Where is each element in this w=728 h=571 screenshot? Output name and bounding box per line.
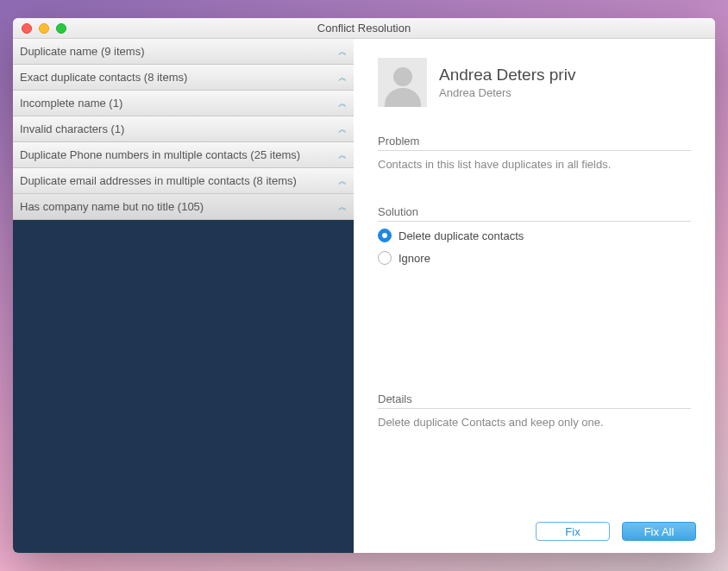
- collapse-icon: ︽: [338, 72, 345, 84]
- content: Duplicate name (9 items) ︽ Exact duplica…: [13, 39, 715, 553]
- contact-subtitle: Andrea Deters: [439, 86, 575, 99]
- app-window: Conflict Resolution Duplicate name (9 it…: [13, 18, 715, 553]
- sidebar: Duplicate name (9 items) ︽ Exact duplica…: [13, 39, 354, 553]
- collapse-icon: ︽: [338, 149, 345, 161]
- detail-panel: Andrea Deters priv Andrea Deters Problem…: [354, 39, 715, 553]
- solution-option-delete[interactable]: Delete duplicate contacts: [378, 229, 691, 242]
- sidebar-item-label: Duplicate name (9 items): [20, 45, 145, 58]
- window-title: Conflict Resolution: [13, 22, 715, 35]
- sidebar-item-exact-duplicate[interactable]: Exact duplicate contacts (8 items) ︽: [13, 65, 354, 91]
- sidebar-item-label: Incomplete name (1): [20, 97, 122, 110]
- radio-label: Delete duplicate contacts: [399, 229, 524, 242]
- contact-name: Andrea Deters priv: [439, 66, 575, 85]
- radio-icon[interactable]: [378, 229, 392, 242]
- sidebar-item-duplicate-phone[interactable]: Duplicate Phone numbers in multiple cont…: [13, 142, 354, 168]
- solution-heading: Solution: [378, 205, 691, 222]
- solution-section: Solution Delete duplicate contacts Ignor…: [378, 205, 691, 273]
- sidebar-item-duplicate-email[interactable]: Duplicate email addresses in multiple co…: [13, 168, 354, 194]
- sidebar-item-label: Duplicate Phone numbers in multiple cont…: [20, 148, 300, 161]
- details-text: Delete duplicate Contacts and keep only …: [378, 416, 691, 429]
- close-icon[interactable]: [22, 23, 32, 34]
- problem-section: Problem Contacts in this list have dupli…: [378, 135, 691, 171]
- details-heading: Details: [378, 392, 691, 409]
- fix-all-button[interactable]: Fix All: [622, 522, 696, 541]
- sidebar-item-label: Has company name but no title (105): [20, 200, 204, 213]
- collapse-icon: ︽: [338, 123, 345, 135]
- collapse-icon: ︽: [338, 175, 345, 187]
- solution-option-ignore[interactable]: Ignore: [378, 251, 691, 265]
- avatar: [378, 58, 427, 107]
- sidebar-item-label: Exact duplicate contacts (8 items): [20, 71, 187, 84]
- collapse-icon: ︽: [338, 46, 345, 58]
- traffic-lights: [13, 23, 66, 34]
- titlebar: Conflict Resolution: [13, 18, 715, 39]
- sidebar-item-invalid-chars[interactable]: Invalid characters (1) ︽: [13, 116, 354, 142]
- radio-label: Ignore: [399, 252, 430, 265]
- fix-button[interactable]: Fix: [536, 522, 610, 541]
- problem-heading: Problem: [378, 135, 691, 151]
- contact-header: Andrea Deters priv Andrea Deters: [378, 58, 691, 107]
- problem-text: Contacts in this list have duplicates in…: [378, 158, 691, 171]
- minimize-icon[interactable]: [39, 23, 49, 34]
- sidebar-item-duplicate-name[interactable]: Duplicate name (9 items) ︽: [13, 39, 354, 65]
- sidebar-item-label: Duplicate email addresses in multiple co…: [20, 174, 297, 187]
- maximize-icon[interactable]: [56, 23, 66, 34]
- contact-name-block: Andrea Deters priv Andrea Deters: [439, 66, 575, 99]
- button-bar: Fix Fix All: [536, 522, 696, 541]
- sidebar-item-incomplete-name[interactable]: Incomplete name (1) ︽: [13, 91, 354, 116]
- collapse-icon: ︽: [338, 201, 345, 213]
- sidebar-item-label: Invalid characters (1): [20, 122, 124, 135]
- details-section: Details Delete duplicate Contacts and ke…: [378, 392, 691, 429]
- collapse-icon: ︽: [338, 97, 345, 110]
- radio-icon[interactable]: [378, 251, 392, 265]
- sidebar-item-company-no-title[interactable]: Has company name but no title (105) ︽: [13, 194, 354, 220]
